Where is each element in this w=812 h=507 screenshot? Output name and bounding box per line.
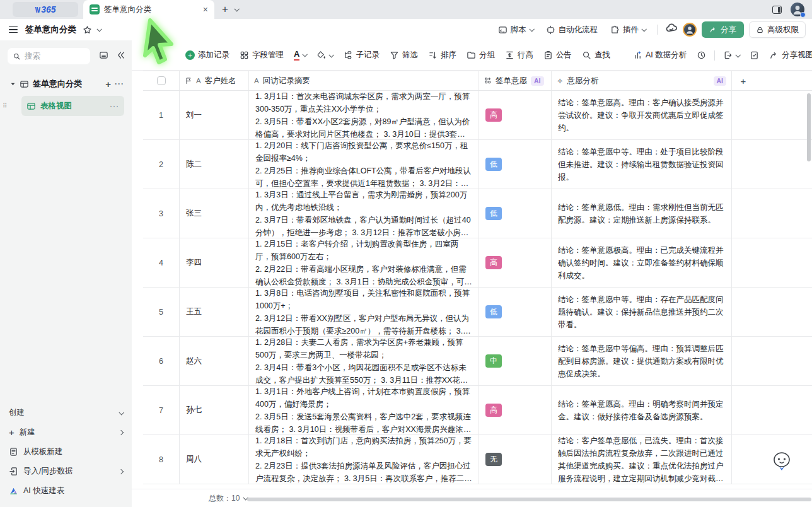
cell-name[interactable]: 李四 [180,238,249,287]
tab-list-chevron-icon[interactable] [234,6,239,11]
panel-view-icon[interactable] [99,50,108,60]
plugins-button[interactable]: 插件 [606,22,649,38]
cell-name[interactable]: 赵六 [180,337,249,385]
new-from-template-button[interactable]: 从模板新建 [9,442,123,462]
sub-record-button[interactable]: 子记录 [339,47,384,64]
filter-button[interactable]: 筛选 [385,47,422,64]
cell-summary[interactable]: 1. 2月15日：老客户转介绍，计划购置改善型住房，四室两厅，预算600万左右；… [249,238,479,287]
app-logo[interactable]: \\/ 365 [13,2,78,17]
cell-name[interactable]: 张三 [180,189,249,238]
cell-name[interactable]: 陈二 [180,140,249,189]
search-input[interactable]: 搜索 [8,48,90,64]
sidebar-view-item-grid[interactable]: ⠿ 表格视图 ··· [21,96,124,116]
cell-intent[interactable]: 高 [479,238,552,287]
column-header-summary[interactable]: A 回访记录摘要 [249,71,479,90]
cell-intent[interactable]: 低 [479,189,552,238]
cell-summary[interactable]: 1. 3月1日：首次来电咨询城东学区房，需求为两室一厅，预算300-350万，重… [249,91,479,139]
tab-close-icon[interactable]: × [203,4,208,15]
cell-intent[interactable]: 低 [479,288,552,336]
cell-name[interactable]: 王五 [180,288,249,336]
cell-intent[interactable]: 高 [479,91,552,139]
table-row[interactable]: 5 王五 1. 3月8日：电话咨询别墅项目，关注私密性和庭院面积，预算1000万… [143,288,812,337]
active-tab[interactable]: 签单意向分类 × [83,0,214,19]
cell-analysis[interactable]: 结论：签单意愿低。理由：需求刚性但当前无匹配房源。建议：定期推送新上房源保持联系… [552,189,732,238]
cell-analysis[interactable]: 结论：签单意愿中等。理由：存在产品匹配度问题待确认。建议：保持新品信息推送并预约… [552,288,732,336]
advanced-permission-button[interactable]: 高级权限 [749,21,806,38]
add-view-icon[interactable]: + [105,79,111,90]
collapse-sidebar-icon[interactable] [116,50,125,60]
sort-button[interactable]: 排序 [424,47,461,64]
title-chevron-icon[interactable] [96,26,102,32]
add-column-button[interactable]: + [732,71,755,90]
account-avatar[interactable] [791,3,804,16]
cell-intent[interactable]: 无 [479,435,552,484]
table-row[interactable]: 1 刘一 1. 3月1日：首次来电咨询城东学区房，需求为两室一厅，预算300-3… [143,91,812,140]
table-row[interactable]: 2 陈二 1. 2月20日：线下门店咨询投资型公寓，要求总价≤150万，租金回报… [143,140,812,189]
assistant-mascot-icon[interactable] [770,450,793,473]
expand-caret-icon[interactable] [10,81,16,87]
cell-name[interactable]: 周八 [180,435,249,484]
sidebar-table-node[interactable]: 签单意向分类 + ··· [0,73,132,95]
column-header-intent[interactable]: 签单意愿 AI [479,71,552,90]
field-manage-button[interactable]: 字段管理 [235,47,288,64]
view-more-icon[interactable]: ··· [110,102,119,110]
cell-summary[interactable]: 1. 2月28日：夫妻二人看房，需求为学区房+养老兼顾，预算500万，要求三房两… [249,337,479,385]
cell-summary[interactable]: 1. 2月18日：首次到访门店，意向购买法拍房，预算250万，要求无产权纠纷； … [249,435,479,484]
cell-analysis[interactable]: 结论：签单意愿中等偏高。理由：预算调整后匹配到目标房源。建议：提供通勤方案或有限… [552,337,732,385]
row-height-button[interactable]: 行高 [501,47,538,64]
table-row[interactable]: 8 周八 1. 2月18日：首次到访门店，意向购买法拍房，预算250万，要求无产… [143,435,812,484]
cell-analysis[interactable]: 结论：签单意愿中等。理由：处于项目比较阶段但未推进。建议：持续输出租赁数据验证投… [552,140,732,189]
ai-quick-table-button[interactable]: AI 快速建表 [9,481,123,501]
table-more-icon[interactable]: ··· [115,79,124,88]
sidebar-toggle-icon[interactable] [772,6,782,14]
cell-analysis[interactable]: 结论：签单意愿高。理由：明确考察时间并预定金。建议：做好接待准备及备选房源预案。 [552,386,732,434]
collaborator-avatar[interactable] [683,23,697,37]
form-button[interactable] [745,47,763,63]
logo-label: 365 [41,4,55,15]
share-button[interactable]: 分享 [702,21,744,38]
cell-summary[interactable]: 1. 3月3日：通过线上平台留言，需求为刚需婚房，预算200万内，优先考虑地铁沿… [249,189,479,238]
table-row[interactable]: 6 赵六 1. 2月28日：夫妻二人看房，需求为学区房+养老兼顾，预算500万，… [143,337,812,386]
plugin-icon [610,25,620,35]
script-button[interactable]: 脚本 [494,22,537,38]
table-row[interactable]: 3 张三 1. 3月3日：通过线上平台留言，需求为刚需婚房，预算200万内，优先… [143,189,812,238]
ai-data-analysis-button[interactable]: AI 数据分析 [629,47,691,64]
cell-analysis[interactable]: 结论：客户签单意愿低，已流失。理由：首次接触后因法拍房流程复杂放弃，二次跟进时已… [552,435,732,484]
new-button[interactable]: + 新建 [9,422,123,442]
font-color-button[interactable]: A [289,47,311,63]
new-tab-button[interactable]: + [222,3,228,16]
cell-summary[interactable]: 1. 3月8日：电话咨询别墅项目，关注私密性和庭院面积，预算1000万+； 2.… [249,288,479,336]
menu-icon[interactable] [9,26,18,33]
cell-summary[interactable]: 1. 2月20日：线下门店咨询投资型公寓，要求总价≤150万，租金回报率≥4%；… [249,140,479,189]
column-header-analysis[interactable]: ✧ 意愿分析 AI [552,71,732,90]
add-record-button[interactable]: + 添加记录 [181,47,234,64]
cell-name[interactable]: 孙七 [180,386,249,434]
import-sync-button[interactable]: 导入/同步数据 [9,462,123,481]
table-row[interactable]: 4 李四 1. 2月15日：老客户转介绍，计划购置改善型住房，四室两厅，预算60… [143,238,812,288]
column-header-name[interactable]: A 客户姓名 [180,71,249,90]
table-row[interactable]: 7 孙七 1. 3月1日：外地客户线上咨询，计划在本市购置度假房，预算400万，… [143,386,812,435]
export-button[interactable] [719,47,744,63]
history-button[interactable] [692,47,710,63]
cell-name[interactable]: 刘一 [180,91,249,139]
drag-handle-icon[interactable]: ⠿ [3,105,7,107]
announcement-button[interactable]: 公告 [539,47,576,64]
horizontal-scrollbar[interactable] [247,498,811,501]
cell-intent[interactable]: 中 [479,337,552,385]
create-section-header[interactable]: 创建 [9,403,123,422]
cell-summary[interactable]: 1. 3月1日：外地客户线上咨询，计划在本市购置度假房，预算400万，偏好海景房… [249,386,479,434]
cell-intent[interactable]: 低 [479,140,552,189]
favorite-star-icon[interactable] [83,25,92,35]
cell-analysis[interactable]: 结论：签单意愿极高。理由：已完成关键流程并确认签约时间。建议：立即准备签约材料确… [552,238,732,287]
select-all-checkbox[interactable] [157,76,166,85]
fill-color-button[interactable] [312,47,337,63]
group-button[interactable]: 分组 [462,47,499,64]
automation-button[interactable]: 自动化流程 [542,22,602,38]
vertical-scrollbar[interactable] [807,93,811,161]
cell-intent[interactable]: 高 [479,386,552,434]
total-count-label[interactable]: 总数：10 [209,493,240,504]
find-button[interactable]: 查找 [577,47,615,64]
share-view-button[interactable]: 分享视图 [765,47,812,64]
cloud-sync-icon[interactable] [665,22,678,37]
cell-analysis[interactable]: 结论：签单意愿高。理由：客户确认接受房源并尝试议价。建议：争取开发商优惠后立即促… [552,91,732,139]
